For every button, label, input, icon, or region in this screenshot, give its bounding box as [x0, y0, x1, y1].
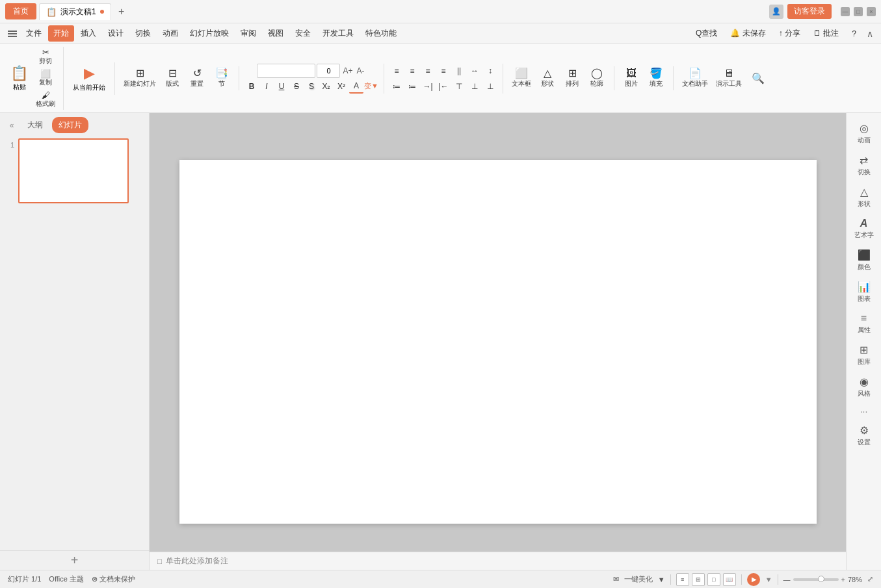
shape-button[interactable]: △ 形状: [536, 66, 559, 90]
reset-button[interactable]: ↺ 重置: [185, 66, 209, 90]
menu-transition[interactable]: 切换: [130, 25, 156, 42]
paste-button[interactable]: 📋 粘贴: [7, 47, 32, 110]
right-tool-chart[interactable]: 📊 图表: [848, 277, 880, 307]
login-button[interactable]: 访客登录: [787, 4, 832, 19]
menu-review[interactable]: 审阅: [235, 25, 261, 42]
list-number-button[interactable]: ≔: [405, 79, 419, 94]
view-normal-button[interactable]: ≡: [676, 573, 689, 586]
align-center-button[interactable]: ≡: [405, 64, 419, 78]
play-slide-button[interactable]: ▶: [747, 573, 760, 586]
col-btn1[interactable]: ||: [452, 64, 466, 78]
right-tool-library[interactable]: ⊞ 图库: [848, 340, 880, 370]
fullscreen-button[interactable]: ⤢: [867, 575, 873, 583]
menu-special[interactable]: 特色功能: [360, 25, 402, 42]
outline-tab[interactable]: 大纲: [21, 117, 49, 133]
font-size-input[interactable]: [317, 64, 340, 78]
slide-canvas[interactable]: [179, 160, 817, 524]
fill-button[interactable]: 🪣 填充: [644, 66, 668, 90]
right-tool-shape[interactable]: △ 形状: [848, 182, 880, 212]
bold-button[interactable]: B: [244, 79, 259, 94]
doc-helper-button[interactable]: 📄 文档助手: [679, 66, 711, 90]
view-grid-button[interactable]: ⊞: [692, 573, 705, 586]
play-dropdown[interactable]: ▼: [765, 576, 772, 583]
slides-tab[interactable]: 幻灯片: [52, 117, 88, 133]
valign-bot-button[interactable]: ⊥: [483, 79, 497, 94]
view-outline-button[interactable]: □: [707, 573, 720, 586]
transform-button[interactable]: 变▼: [364, 79, 378, 94]
present-tool-button[interactable]: 🖥 演示工具: [713, 66, 745, 90]
menu-search[interactable]: Q查找: [690, 25, 722, 42]
outline-button[interactable]: ◯ 轮廓: [585, 66, 609, 90]
zoom-plus-button[interactable]: +: [841, 576, 845, 583]
zoom-slider[interactable]: [793, 578, 839, 581]
right-tool-property[interactable]: ≡ 属性: [848, 309, 880, 339]
menu-devtools[interactable]: 开发工具: [317, 25, 359, 42]
doc-tab[interactable]: 📋 演示文稿1: [39, 3, 111, 20]
new-slide-button[interactable]: ⊞ 新建幻灯片: [120, 66, 159, 90]
indent-decrease-button[interactable]: |←: [436, 79, 451, 94]
italic-button[interactable]: I: [259, 79, 274, 94]
play-button[interactable]: ▶ 从当前开始: [69, 62, 109, 95]
right-tool-style[interactable]: ◉ 风格: [848, 372, 880, 402]
indent-increase-button[interactable]: →|: [421, 79, 435, 94]
menu-security[interactable]: 安全: [290, 25, 316, 42]
format-button[interactable]: 🖌 格式刷: [33, 90, 58, 110]
menu-collapse[interactable]: ∧: [864, 27, 876, 40]
menu-share[interactable]: ↑ 分享: [774, 25, 806, 42]
arrange-button[interactable]: ⊞ 排列: [560, 66, 584, 90]
right-tool-arttext[interactable]: A 艺术字: [848, 214, 880, 244]
menu-design[interactable]: 设计: [103, 25, 129, 42]
add-slide-button[interactable]: +: [0, 550, 149, 570]
hamburger-menu[interactable]: [5, 28, 20, 40]
menu-start[interactable]: 开始: [48, 25, 74, 42]
notes-bar[interactable]: □ 单击此处添加备注: [150, 552, 846, 570]
maximize-button[interactable]: □: [854, 7, 863, 16]
home-tab[interactable]: 首页: [5, 3, 36, 19]
font-grow-button[interactable]: A+: [341, 65, 354, 77]
right-tool-transition[interactable]: ⇄ 切换: [848, 150, 880, 181]
close-button[interactable]: ×: [867, 7, 876, 16]
strikethrough-button[interactable]: S: [289, 79, 304, 94]
subscript-button[interactable]: X₂: [319, 79, 334, 94]
slide-item-1[interactable]: 1: [5, 138, 144, 203]
menu-slideshow[interactable]: 幻灯片放映: [185, 25, 234, 42]
zoom-minus-button[interactable]: —: [783, 576, 791, 583]
right-tool-settings[interactable]: ⚙ 设置: [848, 420, 880, 451]
menu-animation[interactable]: 动画: [157, 25, 183, 42]
view-reader-button[interactable]: 📖: [723, 573, 736, 586]
font-shrink-button[interactable]: A-: [356, 65, 366, 77]
search-button[interactable]: 🔍: [746, 71, 770, 86]
menu-unsaved[interactable]: 🔔 未保存: [725, 25, 770, 42]
superscript-button[interactable]: X²: [334, 79, 348, 94]
menu-file[interactable]: 文件: [21, 25, 47, 42]
section-button[interactable]: 📑 节: [210, 66, 233, 90]
copy-button[interactable]: ⬜ 复制: [33, 68, 58, 88]
valign-mid-button[interactable]: ⊥: [467, 79, 482, 94]
align-right-button[interactable]: ≡: [421, 64, 435, 78]
slide-thumbnail-1[interactable]: [18, 138, 129, 203]
minimize-button[interactable]: —: [841, 7, 850, 16]
beautify-label[interactable]: 一键美化: [624, 574, 653, 584]
picture-button[interactable]: 🖼 图片: [620, 66, 643, 90]
valign-top-button[interactable]: ⊤: [452, 79, 466, 94]
menu-comment[interactable]: 🗒 批注: [808, 25, 844, 42]
layout-button[interactable]: ⊟ 版式: [161, 66, 184, 90]
font-color-button[interactable]: A: [349, 79, 363, 94]
font-name-input[interactable]: [257, 64, 315, 78]
panel-collapse-button[interactable]: «: [5, 119, 18, 132]
add-tab-button[interactable]: +: [114, 4, 129, 19]
shadow-button[interactable]: S: [304, 79, 319, 94]
beautify-dropdown[interactable]: ▼: [658, 576, 665, 583]
right-tool-color[interactable]: ⬛ 颜色: [848, 245, 880, 275]
align-justify-button[interactable]: ≡: [436, 64, 451, 78]
list-bullet-button[interactable]: ≔: [389, 79, 404, 94]
col-btn2[interactable]: ↔: [467, 64, 482, 78]
align-left-button[interactable]: ≡: [389, 64, 404, 78]
line-spacing-button[interactable]: ↕: [483, 64, 497, 78]
underline-button[interactable]: U: [274, 79, 289, 94]
right-tool-animation[interactable]: ◎ 动画: [848, 118, 880, 149]
cut-button[interactable]: ✂ 剪切: [33, 47, 58, 67]
menu-help[interactable]: ?: [847, 27, 861, 41]
menu-insert[interactable]: 插入: [75, 25, 101, 42]
menu-view[interactable]: 视图: [263, 25, 289, 42]
